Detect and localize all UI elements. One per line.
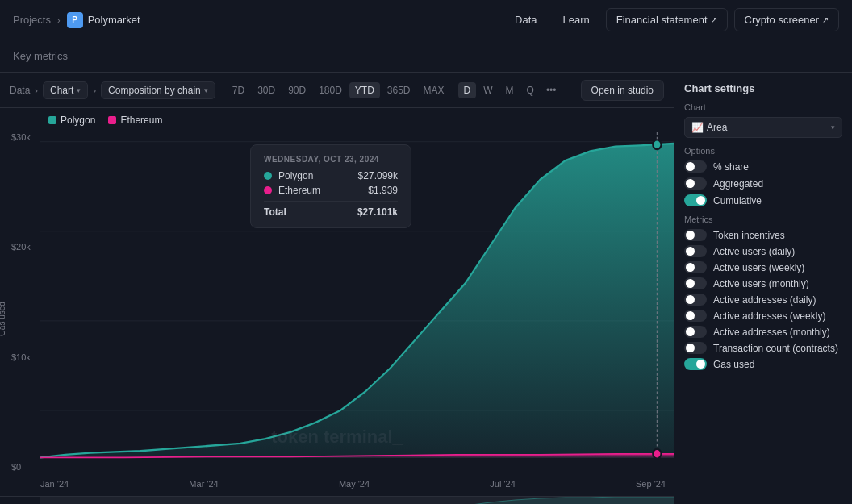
time-7d[interactable]: 7D bbox=[227, 82, 250, 98]
metric-toggle-gas-used[interactable] bbox=[684, 358, 707, 370]
y-label-10k: $10k bbox=[11, 352, 31, 362]
toggle-row-percent-share: % share bbox=[684, 160, 842, 173]
nav-project[interactable]: P Polymarket bbox=[67, 12, 140, 28]
legend-label-ethereum: Ethereum bbox=[120, 115, 162, 126]
crypto-screener-label: Crypto screener bbox=[745, 14, 819, 26]
area-chart-icon: 📈 bbox=[691, 122, 704, 133]
granularity-buttons: D W M Q ••• bbox=[458, 82, 562, 98]
project-name: Polymarket bbox=[88, 14, 140, 26]
metric-toggle-active-addresses-daily[interactable] bbox=[684, 294, 707, 306]
toggle-label-cumulative: Cumulative bbox=[713, 195, 762, 206]
metric-toggle-active-users-weekly[interactable] bbox=[684, 261, 707, 273]
nav-chevron: › bbox=[57, 15, 61, 25]
tooltip-value-polygon: $27.099k bbox=[358, 170, 398, 181]
metric-label-active-addresses-weekly: Active addresses (weekly) bbox=[713, 310, 825, 322]
external-link-icon: ↗ bbox=[711, 15, 717, 24]
metric-label-active-users-weekly: Active users (weekly) bbox=[713, 262, 804, 273]
toggle-aggregated[interactable] bbox=[684, 177, 707, 190]
sidebar-chart-section: Chart 📈 Area ▾ bbox=[684, 102, 842, 138]
gran-q[interactable]: Q bbox=[521, 82, 540, 98]
sidebar-chart-label: Chart bbox=[684, 102, 842, 112]
key-metrics-label: Key metrics bbox=[13, 50, 68, 62]
metric-toggle-active-users-daily[interactable] bbox=[684, 245, 707, 257]
chart-type-select[interactable]: 📈 Area ▾ bbox=[684, 117, 842, 138]
open-studio-btn[interactable]: Open in studio bbox=[581, 80, 664, 101]
metric-label-active-users-daily: Active users (daily) bbox=[713, 246, 795, 257]
metric-row-gas-used: Gas used bbox=[684, 358, 842, 370]
gran-m[interactable]: M bbox=[500, 82, 520, 98]
metric-toggle-active-addresses-monthly[interactable] bbox=[684, 326, 707, 338]
more-options-btn[interactable]: ••• bbox=[541, 82, 562, 98]
minimap-overlay bbox=[40, 497, 674, 504]
chart-minimap[interactable] bbox=[0, 496, 674, 504]
tooltip-total: Total $27.101k bbox=[264, 206, 398, 218]
metric-toggle-token-incentives[interactable] bbox=[684, 229, 707, 241]
toggle-label-percent-share: % share bbox=[713, 161, 749, 173]
tooltip-divider bbox=[264, 201, 398, 202]
top-nav: Projects › P Polymarket Data Learn Finan… bbox=[0, 0, 852, 40]
select-chevron-icon: ▾ bbox=[831, 123, 835, 131]
tooltip-total-label: Total bbox=[264, 206, 286, 218]
chart-legend: Polygon Ethereum bbox=[0, 108, 674, 132]
chart-svg-container: $30k $20k $10k $0 Gas used bbox=[0, 132, 674, 496]
toggle-cumulative[interactable] bbox=[684, 194, 707, 206]
time-ytd[interactable]: YTD bbox=[349, 82, 380, 98]
gran-d[interactable]: D bbox=[458, 82, 477, 98]
metrics-bar: Key metrics bbox=[0, 40, 852, 73]
time-30d[interactable]: 30D bbox=[252, 82, 281, 98]
x-label-jul: Jul '24 bbox=[490, 479, 515, 489]
minimap-svg bbox=[40, 497, 674, 504]
sidebar-title: Chart settings bbox=[684, 82, 842, 94]
financial-statement-label: Financial statement bbox=[616, 14, 708, 26]
metric-toggle-active-users-monthly[interactable] bbox=[684, 277, 707, 289]
chevron-down-icon: ▾ bbox=[77, 86, 81, 94]
breadcrumb-composition-btn[interactable]: Composition by chain ▾ bbox=[101, 81, 215, 99]
y-axis-title: Gas used bbox=[0, 302, 6, 336]
metric-label-active-users-monthly: Active users (monthly) bbox=[713, 278, 809, 289]
metric-row-active-addresses-daily: Active addresses (daily) bbox=[684, 294, 842, 306]
metric-toggle-active-addresses-weekly[interactable] bbox=[684, 310, 707, 322]
learn-nav-btn[interactable]: Learn bbox=[553, 9, 599, 31]
chart-controls: Data › Chart ▾ › Composition by chain ▾ … bbox=[0, 73, 674, 108]
y-label-20k: $20k bbox=[11, 242, 31, 252]
gran-w[interactable]: W bbox=[478, 82, 498, 98]
breadcrumb-sep-1: › bbox=[35, 85, 38, 95]
sidebar-options-section: Options % share Aggregated Cumulative bbox=[684, 146, 842, 206]
metric-row-active-addresses-weekly: Active addresses (weekly) bbox=[684, 310, 842, 322]
toggle-row-aggregated: Aggregated bbox=[684, 177, 842, 190]
sidebar-options-label: Options bbox=[684, 146, 842, 156]
polygon-cursor-dot bbox=[653, 140, 661, 149]
breadcrumb-chart-label: Chart bbox=[50, 85, 73, 96]
x-label-mar: Mar '24 bbox=[189, 479, 218, 489]
metric-label-transaction-count: Transaction count (contracts) bbox=[713, 343, 838, 354]
data-nav-btn[interactable]: Data bbox=[505, 9, 546, 31]
x-axis-labels: Jan '24 Mar '24 May '24 Jul '24 Sep '24 bbox=[40, 472, 666, 496]
time-365d[interactable]: 365D bbox=[382, 82, 416, 98]
x-label-sep: Sep '24 bbox=[636, 479, 666, 489]
time-180d[interactable]: 180D bbox=[313, 82, 348, 98]
tooltip-label-polygon: Polygon bbox=[278, 170, 352, 181]
crypto-screener-btn[interactable]: Crypto screener ↗ bbox=[734, 8, 839, 31]
breadcrumb-chart-btn[interactable]: Chart ▾ bbox=[43, 81, 88, 99]
toggle-percent-share[interactable] bbox=[684, 160, 707, 173]
toggle-row-cumulative: Cumulative bbox=[684, 194, 842, 206]
tooltip-dot-polygon bbox=[264, 172, 272, 180]
nav-projects[interactable]: Projects bbox=[13, 14, 51, 26]
chart-tooltip: WEDNESDAY, OCT 23, 2024 Polygon $27.099k… bbox=[250, 144, 411, 228]
time-buttons: 7D 30D 90D 180D YTD 365D MAX bbox=[227, 82, 450, 98]
metric-toggle-transaction-count[interactable] bbox=[684, 342, 707, 354]
metric-label-token-incentives: Token incentives bbox=[713, 230, 785, 241]
metric-row-token-incentives: Token incentives bbox=[684, 229, 842, 241]
tooltip-row-ethereum: Ethereum $1.939 bbox=[264, 185, 398, 196]
legend-polygon: Polygon bbox=[48, 115, 95, 126]
time-90d[interactable]: 90D bbox=[282, 82, 311, 98]
external-link-icon-2: ↗ bbox=[822, 15, 829, 24]
financial-statement-btn[interactable]: Financial statement ↗ bbox=[606, 8, 728, 31]
metric-label-active-addresses-monthly: Active addresses (monthly) bbox=[713, 327, 830, 338]
breadcrumb-data[interactable]: Data bbox=[10, 85, 30, 96]
legend-dot-ethereum bbox=[108, 116, 116, 124]
metric-row-active-users-weekly: Active users (weekly) bbox=[684, 261, 842, 273]
time-max[interactable]: MAX bbox=[418, 82, 450, 98]
chart-type-value: Area bbox=[707, 122, 727, 133]
y-axis-labels: $30k $20k $10k $0 bbox=[11, 132, 31, 472]
